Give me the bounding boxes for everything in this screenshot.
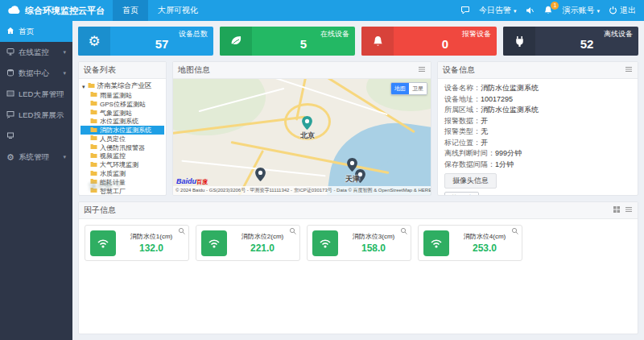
tree-node[interactable]: 大气环境监测 bbox=[80, 160, 164, 169]
signal-icon bbox=[312, 230, 338, 256]
sidebar-item-home[interactable]: 首页 bbox=[0, 21, 72, 42]
stat-online-devices: 在线设备 5 bbox=[220, 27, 355, 56]
message-icon[interactable] bbox=[460, 6, 470, 15]
map-type-satellite-button[interactable]: 卫星 bbox=[409, 83, 427, 94]
device-info-panel: 设备信息 设备名称：消防水位监测系统 设备地址：10017295 所属区域：消防… bbox=[437, 61, 638, 196]
signal-icon bbox=[201, 230, 227, 256]
screen-icon bbox=[6, 131, 14, 141]
baidu-map[interactable]: 北京 天津 地图 卫星 Baidu百度 © 2024 Baidu - GS(20… bbox=[173, 79, 431, 195]
magnifier-icon[interactable] bbox=[289, 227, 297, 235]
tree-node[interactable]: 人员定位 bbox=[80, 135, 164, 143]
tree-node[interactable]: 视频监控 bbox=[80, 152, 164, 161]
folder-icon bbox=[90, 161, 97, 169]
tree-node[interactable]: 水位监测系统 bbox=[80, 117, 164, 126]
user-name: 演示账号 bbox=[562, 5, 594, 16]
app-window: 综合环境监控云平台 首页 大屏可视化 今日告警 ▾ 1 演示账号 ▾ bbox=[0, 0, 644, 340]
notification-bell-icon[interactable]: 1 bbox=[543, 6, 553, 15]
factor-value: 221.0 bbox=[250, 243, 275, 254]
folder-icon bbox=[90, 152, 97, 160]
location-tag-button[interactable]: 芝珉镇 bbox=[444, 192, 479, 195]
factor-panel-header: 因子信息 bbox=[79, 202, 638, 219]
monitor-icon bbox=[6, 48, 14, 57]
user-dropdown[interactable]: 演示账号 ▾ bbox=[562, 5, 600, 16]
sidebar-item-extra[interactable] bbox=[0, 126, 72, 147]
grid-view-icon[interactable] bbox=[613, 205, 621, 215]
sidebar-item-led-cast[interactable]: LED投屏展示 bbox=[0, 105, 72, 126]
alarm-bell-icon bbox=[361, 27, 394, 56]
factor-value: 253.0 bbox=[473, 243, 497, 254]
map-road bbox=[181, 160, 325, 177]
folder-icon bbox=[88, 82, 95, 90]
plug-icon bbox=[503, 27, 535, 56]
tree-node[interactable]: GPS位移监测站 bbox=[80, 100, 164, 109]
info-row: 设备地址：10017295 bbox=[444, 94, 631, 106]
caret-down-icon: ▾ bbox=[82, 84, 85, 89]
map-pin[interactable] bbox=[255, 168, 266, 181]
folder-icon bbox=[90, 91, 97, 99]
tree-node[interactable]: 气象监测站 bbox=[80, 109, 164, 118]
app-logo: 综合环境监控云平台 bbox=[0, 5, 113, 17]
sidebar-item-data-center[interactable]: 数据中心 ▾ bbox=[0, 63, 72, 84]
magnifier-icon[interactable] bbox=[178, 227, 186, 235]
tree-node[interactable]: 能耗计量 bbox=[80, 178, 164, 187]
cast-icon bbox=[6, 110, 14, 120]
cloud-icon bbox=[8, 6, 21, 16]
camera-info-button[interactable]: 摄像头信息 bbox=[444, 173, 497, 189]
nav-bigscreen[interactable]: 大屏可视化 bbox=[148, 0, 208, 21]
stat-cards-row: ⚙ 设备总数 57 在线设备 5 报警设备 0 bbox=[78, 27, 638, 56]
tree-root-node[interactable]: ▾ 济南某综合产业区 bbox=[80, 81, 164, 91]
map-panel-header: 地图信息 bbox=[173, 62, 431, 79]
chevron-down-icon: ▾ bbox=[63, 154, 66, 160]
map-city-label: 天津 bbox=[345, 174, 360, 185]
logout-button[interactable]: 退出 bbox=[609, 5, 636, 16]
panel-title: 因子信息 bbox=[84, 205, 116, 216]
info-row: 报警类型：无 bbox=[444, 126, 631, 138]
tree-node[interactable]: 入侵防汛报警器 bbox=[80, 143, 164, 152]
tree-node[interactable]: 水质监测 bbox=[80, 169, 164, 178]
list-icon[interactable] bbox=[418, 65, 426, 75]
factor-card-1: 消防水位1(cm) 132.0 bbox=[85, 225, 189, 261]
folder-icon bbox=[90, 135, 97, 143]
folder-icon bbox=[90, 126, 97, 135]
nav-home[interactable]: 首页 bbox=[113, 0, 148, 21]
factor-card-4: 消防水位4(cm) 253.0 bbox=[418, 225, 522, 261]
leaf-icon bbox=[220, 27, 252, 56]
info-row: 所属区域：消防水位监测系统 bbox=[444, 105, 631, 116]
signal-icon bbox=[90, 230, 116, 256]
database-icon bbox=[6, 68, 14, 78]
folder-icon bbox=[90, 118, 97, 126]
chevron-down-icon: ▾ bbox=[63, 70, 66, 77]
power-icon bbox=[609, 6, 617, 16]
map-copyright: © 2024 Baidu - GS(2023)3206号 - 甲测资字11111… bbox=[173, 186, 431, 195]
list-view-icon[interactable] bbox=[625, 205, 633, 215]
main-content: ⚙ 设备总数 57 在线设备 5 报警设备 0 bbox=[72, 21, 644, 340]
map-pin-selected[interactable] bbox=[302, 116, 312, 130]
info-row: 标记位置：开 bbox=[444, 138, 631, 149]
tree-node[interactable]: 雨量监测站 bbox=[80, 91, 164, 100]
map-city-label: 北京 bbox=[300, 131, 315, 141]
middle-row: 设备列表 ▾ 济南某综合产业区 雨量监测站 GPS位移监测站 气象监测站 bbox=[78, 61, 638, 196]
tree-node[interactable]: 智慧工厂 bbox=[80, 187, 164, 195]
map-type-map-button[interactable]: 地图 bbox=[391, 83, 409, 94]
tree-node-selected[interactable]: 消防水位监测系统 bbox=[80, 126, 164, 135]
signal-icon bbox=[423, 230, 449, 256]
today-alarm-dropdown[interactable]: 今日告警 ▾ bbox=[479, 5, 517, 16]
folder-icon bbox=[90, 100, 97, 108]
magnifier-icon[interactable] bbox=[400, 227, 408, 235]
info-row: 设备名称：消防水位监测系统 bbox=[444, 83, 631, 94]
magnifier-icon[interactable] bbox=[511, 227, 519, 235]
factor-card-3: 消防水位3(cm) 158.0 bbox=[307, 225, 411, 261]
factor-title: 消防水位1(cm) bbox=[130, 232, 172, 241]
device-info-body: 设备名称：消防水位监测系统 设备地址：10017295 所属区域：消防水位监测系… bbox=[438, 79, 638, 195]
stat-alarm-devices: 报警设备 0 bbox=[361, 27, 497, 56]
sidebar-item-system[interactable]: ⚙ 系统管理 ▾ bbox=[0, 147, 72, 168]
top-header: 综合环境监控云平台 首页 大屏可视化 今日告警 ▾ 1 演示账号 ▾ bbox=[0, 0, 644, 21]
sidebar-item-online-monitor[interactable]: 在线监控 ▾ bbox=[0, 42, 72, 63]
panel-title: 设备信息 bbox=[443, 64, 475, 76]
factor-value: 132.0 bbox=[139, 243, 163, 254]
chevron-down-icon: ▾ bbox=[63, 49, 66, 56]
gear-icon: ⚙ bbox=[6, 153, 14, 162]
sidebar-item-led-screen[interactable]: LED大屏管理 bbox=[0, 84, 72, 105]
mute-icon[interactable] bbox=[525, 6, 535, 15]
list-icon[interactable] bbox=[625, 65, 633, 75]
